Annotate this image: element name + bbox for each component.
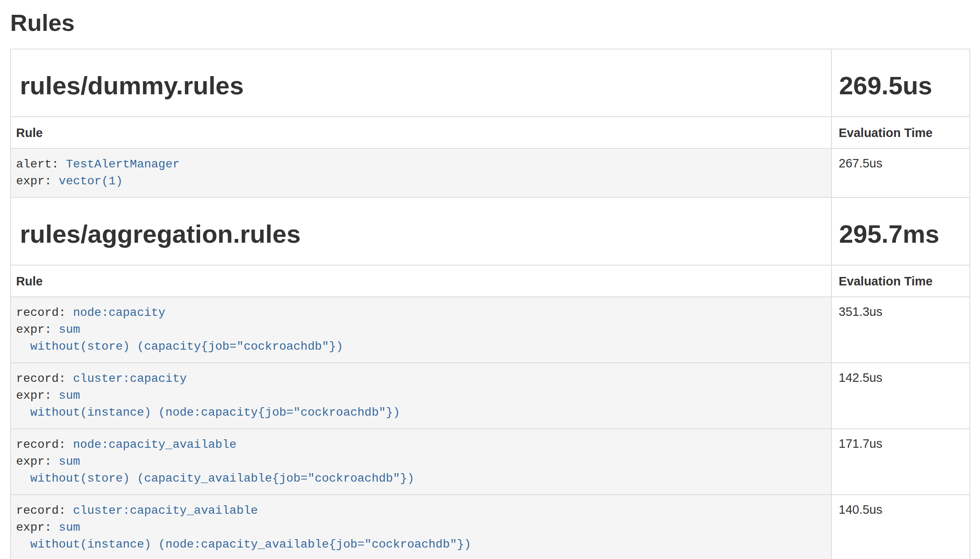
rule-group-row: rules/dummy.rules269.5us [11, 49, 970, 117]
rule-group-row: rules/aggregation.rules295.7ms [11, 197, 970, 265]
rule-definition-cell: record: cluster:capacity expr: sum witho… [11, 363, 831, 429]
rule-name-link[interactable]: node:capacity [73, 306, 165, 319]
rule-expr-label: expr: [16, 323, 52, 336]
rule-name-link[interactable]: cluster:capacity [73, 372, 187, 385]
rule-row: record: node:capacity expr: sum without(… [11, 297, 970, 363]
column-header-eval-time: Evaluation Time [831, 265, 970, 297]
rule-name-link[interactable]: node:capacity_available [73, 438, 236, 451]
rule-name-link[interactable]: TestAlertManager [66, 158, 180, 171]
rule-group-eval-total-cell: 295.7ms [831, 197, 970, 265]
column-header-rule: Rule [11, 265, 831, 297]
rules-table: rules/dummy.rules269.5usRuleEvaluation T… [10, 49, 970, 559]
rule-row: record: cluster:capacity_available expr:… [11, 495, 970, 559]
rule-expr-label: expr: [16, 521, 52, 534]
column-header-rule: Rule [11, 117, 831, 148]
rule-expr-link[interactable]: sum without(store) (capacity_available{j… [16, 455, 414, 485]
rule-definition-cell: record: node:capacity expr: sum without(… [11, 297, 831, 363]
rule-eval-time: 142.5us [831, 363, 970, 429]
rule-expr-label: expr: [16, 389, 52, 402]
rule-eval-time: 351.3us [831, 297, 970, 363]
rule-name-link[interactable]: cluster:capacity_available [73, 504, 258, 517]
rule-eval-time: 140.5us [831, 495, 970, 559]
rule-definition-cell: record: cluster:capacity_available expr:… [11, 495, 831, 559]
rule-name-label: record: [16, 372, 66, 385]
rules-page: Rules rules/dummy.rules269.5usRuleEvalua… [0, 0, 980, 559]
rule-expr-label: expr: [16, 455, 52, 468]
rule-name-label: alert: [16, 158, 59, 171]
rule-definition-cell: alert: TestAlertManager expr: vector(1) [11, 148, 831, 197]
rule-group-eval-total: 295.7ms [832, 214, 969, 248]
rule-expr-link[interactable]: sum without(instance) (node:capacity{job… [16, 389, 400, 419]
rule-group-name: rules/aggregation.rules [11, 214, 831, 248]
rule-expr-link[interactable]: sum without(store) (capacity{job="cockro… [16, 323, 343, 353]
rule-name-label: record: [16, 306, 66, 319]
rule-name-label: record: [16, 438, 66, 451]
rule-expr-link[interactable]: vector(1) [59, 175, 123, 188]
rule-row: alert: TestAlertManager expr: vector(1)2… [11, 148, 970, 197]
column-header-eval-time: Evaluation Time [831, 117, 970, 148]
rule-group-name-cell: rules/dummy.rules [11, 49, 831, 117]
column-header-row: RuleEvaluation Time [11, 265, 970, 297]
rule-eval-time: 171.7us [831, 429, 970, 495]
rule-definition-cell: record: node:capacity_available expr: su… [11, 429, 831, 495]
rule-eval-time: 267.5us [831, 148, 970, 197]
rule-name-label: record: [16, 504, 66, 517]
rule-group-name-cell: rules/aggregation.rules [11, 197, 831, 265]
rule-expr-label: expr: [16, 175, 52, 188]
rule-group-eval-total-cell: 269.5us [831, 49, 970, 117]
rule-row: record: node:capacity_available expr: su… [11, 429, 970, 495]
rule-row: record: cluster:capacity expr: sum witho… [11, 363, 970, 429]
page-title: Rules [10, 0, 970, 36]
rule-group-eval-total: 269.5us [832, 66, 969, 100]
rule-group-name: rules/dummy.rules [11, 66, 831, 100]
column-header-row: RuleEvaluation Time [11, 117, 970, 148]
rule-expr-link[interactable]: sum without(instance) (node:capacity_ava… [16, 521, 471, 551]
